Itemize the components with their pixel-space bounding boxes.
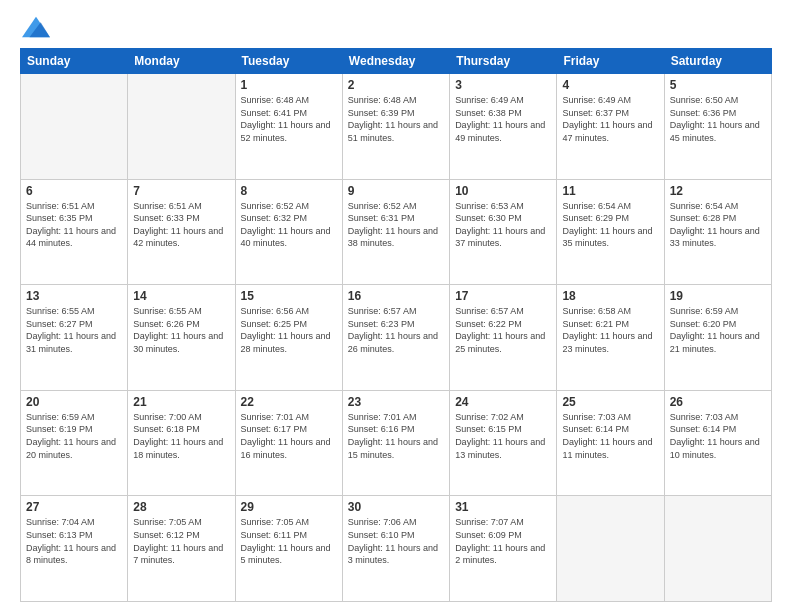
day-number: 11: [562, 184, 658, 198]
day-info: Sunrise: 6:55 AM Sunset: 6:26 PM Dayligh…: [133, 305, 229, 355]
day-number: 17: [455, 289, 551, 303]
day-number: 27: [26, 500, 122, 514]
calendar-cell: [557, 496, 664, 602]
weekday-header-saturday: Saturday: [664, 49, 771, 74]
day-info: Sunrise: 6:51 AM Sunset: 6:33 PM Dayligh…: [133, 200, 229, 250]
day-info: Sunrise: 7:01 AM Sunset: 6:17 PM Dayligh…: [241, 411, 337, 461]
calendar-cell: 9Sunrise: 6:52 AM Sunset: 6:31 PM Daylig…: [342, 179, 449, 285]
day-info: Sunrise: 7:04 AM Sunset: 6:13 PM Dayligh…: [26, 516, 122, 566]
day-info: Sunrise: 7:00 AM Sunset: 6:18 PM Dayligh…: [133, 411, 229, 461]
day-info: Sunrise: 6:59 AM Sunset: 6:20 PM Dayligh…: [670, 305, 766, 355]
weekday-header-wednesday: Wednesday: [342, 49, 449, 74]
day-info: Sunrise: 6:52 AM Sunset: 6:31 PM Dayligh…: [348, 200, 444, 250]
weekday-header-row: SundayMondayTuesdayWednesdayThursdayFrid…: [21, 49, 772, 74]
weekday-header-tuesday: Tuesday: [235, 49, 342, 74]
day-info: Sunrise: 6:49 AM Sunset: 6:38 PM Dayligh…: [455, 94, 551, 144]
calendar-cell: 22Sunrise: 7:01 AM Sunset: 6:17 PM Dayli…: [235, 390, 342, 496]
calendar-cell: 30Sunrise: 7:06 AM Sunset: 6:10 PM Dayli…: [342, 496, 449, 602]
calendar-cell: 11Sunrise: 6:54 AM Sunset: 6:29 PM Dayli…: [557, 179, 664, 285]
calendar-cell: 10Sunrise: 6:53 AM Sunset: 6:30 PM Dayli…: [450, 179, 557, 285]
calendar-cell: 24Sunrise: 7:02 AM Sunset: 6:15 PM Dayli…: [450, 390, 557, 496]
weekday-header-monday: Monday: [128, 49, 235, 74]
calendar-cell: 6Sunrise: 6:51 AM Sunset: 6:35 PM Daylig…: [21, 179, 128, 285]
calendar-cell: 18Sunrise: 6:58 AM Sunset: 6:21 PM Dayli…: [557, 285, 664, 391]
day-info: Sunrise: 6:58 AM Sunset: 6:21 PM Dayligh…: [562, 305, 658, 355]
calendar-cell: [128, 74, 235, 180]
week-row-3: 13Sunrise: 6:55 AM Sunset: 6:27 PM Dayli…: [21, 285, 772, 391]
day-number: 18: [562, 289, 658, 303]
day-number: 12: [670, 184, 766, 198]
day-number: 15: [241, 289, 337, 303]
day-number: 8: [241, 184, 337, 198]
day-info: Sunrise: 7:02 AM Sunset: 6:15 PM Dayligh…: [455, 411, 551, 461]
calendar-cell: [21, 74, 128, 180]
day-number: 16: [348, 289, 444, 303]
calendar-cell: 2Sunrise: 6:48 AM Sunset: 6:39 PM Daylig…: [342, 74, 449, 180]
calendar-cell: 5Sunrise: 6:50 AM Sunset: 6:36 PM Daylig…: [664, 74, 771, 180]
day-number: 28: [133, 500, 229, 514]
day-number: 31: [455, 500, 551, 514]
day-info: Sunrise: 7:03 AM Sunset: 6:14 PM Dayligh…: [562, 411, 658, 461]
day-info: Sunrise: 7:01 AM Sunset: 6:16 PM Dayligh…: [348, 411, 444, 461]
calendar-cell: 23Sunrise: 7:01 AM Sunset: 6:16 PM Dayli…: [342, 390, 449, 496]
day-info: Sunrise: 7:05 AM Sunset: 6:12 PM Dayligh…: [133, 516, 229, 566]
week-row-5: 27Sunrise: 7:04 AM Sunset: 6:13 PM Dayli…: [21, 496, 772, 602]
day-number: 7: [133, 184, 229, 198]
day-info: Sunrise: 6:48 AM Sunset: 6:39 PM Dayligh…: [348, 94, 444, 144]
day-number: 14: [133, 289, 229, 303]
calendar-cell: [664, 496, 771, 602]
day-number: 13: [26, 289, 122, 303]
day-info: Sunrise: 6:59 AM Sunset: 6:19 PM Dayligh…: [26, 411, 122, 461]
calendar-cell: 17Sunrise: 6:57 AM Sunset: 6:22 PM Dayli…: [450, 285, 557, 391]
day-info: Sunrise: 6:56 AM Sunset: 6:25 PM Dayligh…: [241, 305, 337, 355]
calendar-cell: 29Sunrise: 7:05 AM Sunset: 6:11 PM Dayli…: [235, 496, 342, 602]
day-number: 21: [133, 395, 229, 409]
calendar-cell: 25Sunrise: 7:03 AM Sunset: 6:14 PM Dayli…: [557, 390, 664, 496]
weekday-header-sunday: Sunday: [21, 49, 128, 74]
day-info: Sunrise: 6:54 AM Sunset: 6:29 PM Dayligh…: [562, 200, 658, 250]
calendar-cell: 27Sunrise: 7:04 AM Sunset: 6:13 PM Dayli…: [21, 496, 128, 602]
calendar-cell: 16Sunrise: 6:57 AM Sunset: 6:23 PM Dayli…: [342, 285, 449, 391]
day-number: 2: [348, 78, 444, 92]
day-number: 6: [26, 184, 122, 198]
day-number: 19: [670, 289, 766, 303]
calendar-cell: 4Sunrise: 6:49 AM Sunset: 6:37 PM Daylig…: [557, 74, 664, 180]
calendar-cell: 3Sunrise: 6:49 AM Sunset: 6:38 PM Daylig…: [450, 74, 557, 180]
day-info: Sunrise: 7:05 AM Sunset: 6:11 PM Dayligh…: [241, 516, 337, 566]
week-row-4: 20Sunrise: 6:59 AM Sunset: 6:19 PM Dayli…: [21, 390, 772, 496]
calendar-cell: 8Sunrise: 6:52 AM Sunset: 6:32 PM Daylig…: [235, 179, 342, 285]
logo-text: [20, 16, 50, 38]
day-number: 4: [562, 78, 658, 92]
day-info: Sunrise: 6:51 AM Sunset: 6:35 PM Dayligh…: [26, 200, 122, 250]
day-number: 26: [670, 395, 766, 409]
day-info: Sunrise: 6:53 AM Sunset: 6:30 PM Dayligh…: [455, 200, 551, 250]
day-number: 10: [455, 184, 551, 198]
day-number: 25: [562, 395, 658, 409]
calendar-cell: 19Sunrise: 6:59 AM Sunset: 6:20 PM Dayli…: [664, 285, 771, 391]
calendar-cell: 1Sunrise: 6:48 AM Sunset: 6:41 PM Daylig…: [235, 74, 342, 180]
logo-icon: [22, 16, 50, 38]
day-number: 30: [348, 500, 444, 514]
calendar: SundayMondayTuesdayWednesdayThursdayFrid…: [20, 48, 772, 602]
calendar-cell: 13Sunrise: 6:55 AM Sunset: 6:27 PM Dayli…: [21, 285, 128, 391]
calendar-cell: 7Sunrise: 6:51 AM Sunset: 6:33 PM Daylig…: [128, 179, 235, 285]
calendar-cell: 14Sunrise: 6:55 AM Sunset: 6:26 PM Dayli…: [128, 285, 235, 391]
week-row-2: 6Sunrise: 6:51 AM Sunset: 6:35 PM Daylig…: [21, 179, 772, 285]
day-number: 24: [455, 395, 551, 409]
day-number: 20: [26, 395, 122, 409]
day-number: 1: [241, 78, 337, 92]
day-number: 22: [241, 395, 337, 409]
day-info: Sunrise: 7:03 AM Sunset: 6:14 PM Dayligh…: [670, 411, 766, 461]
weekday-header-friday: Friday: [557, 49, 664, 74]
week-row-1: 1Sunrise: 6:48 AM Sunset: 6:41 PM Daylig…: [21, 74, 772, 180]
calendar-cell: 21Sunrise: 7:00 AM Sunset: 6:18 PM Dayli…: [128, 390, 235, 496]
day-info: Sunrise: 6:55 AM Sunset: 6:27 PM Dayligh…: [26, 305, 122, 355]
page: SundayMondayTuesdayWednesdayThursdayFrid…: [0, 0, 792, 612]
weekday-header-thursday: Thursday: [450, 49, 557, 74]
calendar-cell: 31Sunrise: 7:07 AM Sunset: 6:09 PM Dayli…: [450, 496, 557, 602]
day-info: Sunrise: 7:07 AM Sunset: 6:09 PM Dayligh…: [455, 516, 551, 566]
calendar-cell: 20Sunrise: 6:59 AM Sunset: 6:19 PM Dayli…: [21, 390, 128, 496]
day-info: Sunrise: 6:57 AM Sunset: 6:22 PM Dayligh…: [455, 305, 551, 355]
calendar-cell: 28Sunrise: 7:05 AM Sunset: 6:12 PM Dayli…: [128, 496, 235, 602]
day-info: Sunrise: 6:52 AM Sunset: 6:32 PM Dayligh…: [241, 200, 337, 250]
